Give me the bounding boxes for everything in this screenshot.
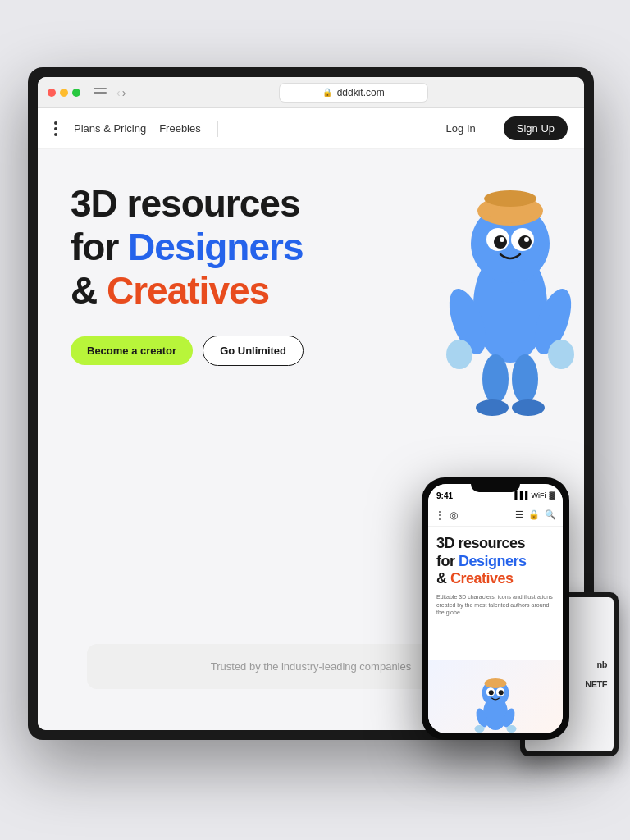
tablet-logos: nb NETF bbox=[585, 660, 607, 689]
phone-hl1: 3D resources bbox=[436, 535, 525, 551]
svg-point-26 bbox=[499, 690, 504, 695]
phone-nav-icon2[interactable]: 🔒 bbox=[528, 509, 540, 520]
phone-sub-text: Editable 3D characters, icons and illust… bbox=[436, 593, 555, 617]
headline-creatives: Creatives bbox=[107, 269, 269, 312]
svg-rect-22 bbox=[487, 680, 504, 687]
address-bar: 🔒 dddkit.com bbox=[165, 84, 541, 102]
hero-character bbox=[428, 158, 584, 420]
phone-nav-icon1[interactable]: ☰ bbox=[515, 509, 523, 520]
forward-arrow-icon[interactable]: › bbox=[122, 87, 126, 98]
phone-menu-icon[interactable]: ⋮ bbox=[435, 509, 445, 521]
headline-line1: 3D resources bbox=[71, 182, 300, 225]
svg-point-7 bbox=[494, 235, 507, 249]
signup-button[interactable]: Sign Up bbox=[504, 116, 568, 140]
traffic-lights bbox=[48, 89, 80, 97]
signal-icon: ▐▐▐ bbox=[512, 491, 527, 500]
svg-point-13 bbox=[446, 340, 472, 369]
phone-nav: ⋮ ◎ ☰ 🔒 🔍 bbox=[428, 504, 563, 527]
svg-point-30 bbox=[507, 725, 517, 733]
tablet-logo-netflix: NETF bbox=[585, 679, 607, 689]
phone-time: 9:41 bbox=[436, 491, 453, 500]
nav-divider bbox=[217, 121, 218, 137]
minimize-button[interactable] bbox=[60, 89, 68, 97]
svg-point-29 bbox=[475, 725, 485, 733]
login-button[interactable]: Log In bbox=[435, 117, 487, 139]
nav-arrows: ‹ › bbox=[116, 87, 126, 98]
svg-point-18 bbox=[512, 399, 545, 416]
headline-line2: for bbox=[71, 226, 128, 268]
back-arrow-icon[interactable]: ‹ bbox=[116, 87, 121, 98]
headline-designers: Designers bbox=[128, 226, 303, 268]
svg-point-14 bbox=[548, 340, 574, 369]
phone-overlay: 9:41 ▐▐▐ WiFi ▓ ⋮ ◎ ☰ 🔒 🔍 3D r bbox=[422, 477, 569, 740]
nav-plans-pricing[interactable]: Plans & Pricing bbox=[74, 122, 146, 135]
svg-point-10 bbox=[524, 237, 529, 242]
svg-point-17 bbox=[476, 399, 509, 416]
phone-hl2: for bbox=[436, 553, 459, 569]
hero-headline: 3D resources for Designers & Creatives bbox=[71, 182, 481, 313]
go-unlimited-button[interactable]: Go Unlimited bbox=[203, 336, 304, 366]
svg-point-25 bbox=[489, 690, 494, 695]
svg-point-8 bbox=[518, 235, 532, 249]
phone-screen: 9:41 ▐▐▐ WiFi ▓ ⋮ ◎ ☰ 🔒 🔍 3D r bbox=[428, 484, 563, 733]
phone-hl3: & bbox=[436, 570, 450, 587]
tablet-logo-nb: nb bbox=[597, 660, 607, 669]
svg-point-9 bbox=[500, 237, 504, 242]
phone-content: 3D resources for Designers & Creatives E… bbox=[428, 527, 563, 733]
sidebar-toggle-icon[interactable] bbox=[94, 88, 107, 98]
site-nav: Plans & Pricing Freebies Log In Sign Up bbox=[38, 108, 584, 149]
phone-nav-icon3[interactable]: 🔍 bbox=[545, 509, 556, 520]
close-button[interactable] bbox=[48, 89, 56, 97]
phone-notch bbox=[471, 484, 520, 492]
url-text: dddkit.com bbox=[337, 87, 385, 98]
phone-nav-actions: ☰ 🔒 🔍 bbox=[515, 509, 556, 520]
lock-icon: 🔒 bbox=[322, 88, 332, 97]
phone-status-icons: ▐▐▐ WiFi ▓ bbox=[512, 491, 555, 500]
headline-line3: & bbox=[71, 269, 107, 312]
wifi-icon: WiFi bbox=[531, 491, 546, 500]
svg-point-15 bbox=[482, 354, 509, 404]
phone-creatives: Creatives bbox=[450, 570, 514, 587]
phone-headline: 3D resources for Designers & Creatives bbox=[436, 535, 555, 588]
nav-links: Plans & Pricing Freebies bbox=[74, 122, 201, 135]
menu-dots-icon[interactable] bbox=[54, 121, 57, 136]
battery-icon: ▓ bbox=[549, 491, 555, 500]
url-bar[interactable]: 🔒 dddkit.com bbox=[280, 84, 427, 102]
svg-point-16 bbox=[512, 354, 538, 404]
phone-image-area bbox=[428, 660, 563, 733]
become-creator-button[interactable]: Become a creator bbox=[71, 336, 193, 365]
monitor-wrapper: ‹ › 🔒 dddkit.com Plans & Pricing Fre bbox=[28, 67, 602, 773]
browser-toolbar: ‹ › 🔒 dddkit.com bbox=[38, 77, 584, 108]
svg-point-4 bbox=[484, 190, 536, 207]
phone-designers: Designers bbox=[459, 553, 527, 569]
maximize-button[interactable] bbox=[72, 89, 80, 97]
phone-logo-icon: ◎ bbox=[450, 509, 458, 521]
nav-freebies[interactable]: Freebies bbox=[159, 122, 201, 135]
